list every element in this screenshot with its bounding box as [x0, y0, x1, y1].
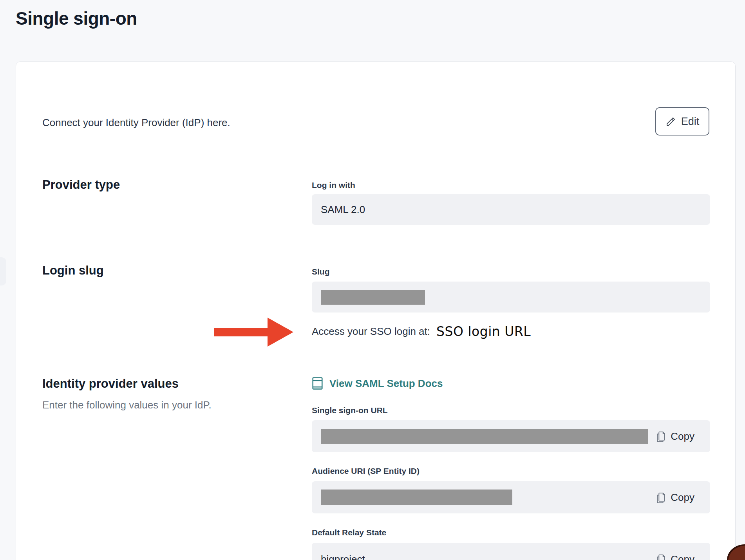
copy-icon: [656, 491, 666, 503]
copy-button-label: Copy: [671, 491, 694, 504]
docs-icon: [312, 377, 323, 390]
provider-type-value-field: SAML 2.0: [312, 194, 710, 225]
copy-button-label: Copy: [671, 553, 694, 560]
saml-docs-link-label: View SAML Setup Docs: [329, 378, 443, 390]
login-slug-heading: Login slug: [42, 264, 104, 278]
copy-relay-state-button[interactable]: Copy: [656, 553, 694, 560]
sso-settings-page: { "page": { "title": "Single sign-on" },…: [0, 0, 745, 560]
slug-redacted-value: [321, 290, 425, 305]
copy-icon: [656, 553, 666, 560]
saml-docs-link[interactable]: View SAML Setup Docs: [312, 377, 443, 390]
edit-button-label: Edit: [681, 116, 700, 128]
idp-values-subheading: Enter the following values in your IdP.: [42, 399, 212, 411]
copy-icon: [656, 430, 666, 442]
copy-audience-uri-button[interactable]: Copy: [656, 491, 694, 504]
intro-text: Connect your Identity Provider (IdP) her…: [42, 116, 230, 129]
audience-uri-label: Audience URI (SP Entity ID): [312, 466, 420, 476]
audience-uri-field: Copy: [312, 481, 710, 513]
sso-settings-card: Connect your Identity Provider (IdP) her…: [16, 61, 736, 560]
copy-button-label: Copy: [671, 430, 694, 443]
default-relay-state-value: bigproject: [321, 553, 365, 560]
sso-access-prefix: Access your SSO login at:: [312, 325, 430, 338]
page-title: Single sign-on: [16, 8, 137, 29]
sso-url-field: Copy: [312, 420, 710, 452]
copy-sso-url-button[interactable]: Copy: [656, 430, 694, 443]
login-with-label: Log in with: [312, 181, 355, 190]
left-edge-handle: [0, 257, 6, 285]
red-arrow-annotation: [214, 318, 293, 347]
provider-type-heading: Provider type: [42, 178, 120, 192]
slug-label: Slug: [312, 267, 330, 276]
default-relay-state-field: bigproject Copy: [312, 543, 710, 560]
sso-url-redacted-value: [321, 429, 648, 444]
audience-uri-redacted-value: [321, 490, 512, 505]
sso-login-url-annotation: SSO login URL: [436, 324, 531, 339]
default-relay-state-label: Default Relay State: [312, 528, 386, 537]
idp-values-heading: Identity provider values: [42, 377, 179, 391]
edit-button[interactable]: Edit: [655, 107, 709, 135]
sso-access-row: Access your SSO login at: SSO login URL: [312, 321, 531, 341]
slug-value-field: [312, 282, 710, 313]
sso-url-label: Single sign-on URL: [312, 406, 388, 415]
provider-type-value: SAML 2.0: [321, 204, 365, 216]
pencil-icon: [665, 116, 676, 127]
